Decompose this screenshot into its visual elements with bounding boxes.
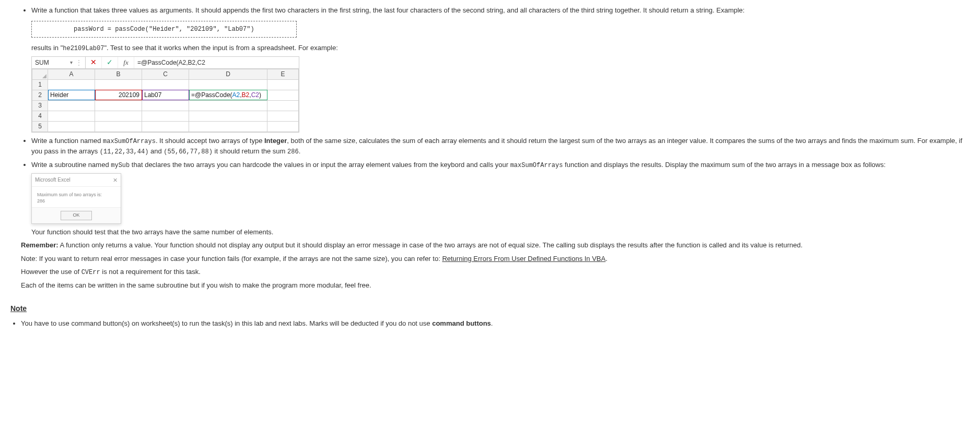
formula-bar-input: =@PassCode(A2,B2,C2 (134, 57, 224, 68)
note1-paragraph: Note: If you want to return real error m… (21, 254, 970, 264)
bottom-note-item: You have to use command button(s) on wor… (21, 318, 970, 329)
note2-a: However the use of (21, 268, 81, 276)
results-code: he2109Lab07 (63, 45, 104, 52)
t3-c: function and displays the results. Displ… (563, 161, 885, 169)
t2-code3: (55,66,77,88) (164, 148, 213, 156)
t2-a: Write a function named (31, 137, 103, 145)
note2-code: CVErr (81, 269, 100, 276)
remember-text: A function only returns a value. Your fu… (59, 241, 803, 249)
note3-paragraph: Each of the items can be written in the … (21, 280, 970, 291)
t2-b: . It should accept two arrays of type (156, 137, 264, 145)
col-header-a: A (48, 69, 95, 79)
t3-b: that declares the two arrays you can har… (130, 161, 510, 169)
message-box-titlebar: Microsoft Excel ✕ (32, 174, 121, 187)
cell-c3 (142, 100, 189, 111)
close-icon: ✕ (113, 176, 118, 185)
t2-code2: (11,22,33,44) (100, 148, 149, 156)
cell-b5 (95, 121, 142, 132)
col-header-e: E (267, 69, 299, 79)
results-prefix: results in " (31, 44, 63, 52)
cell-c2: Lab07 (142, 90, 189, 100)
cell-e3 (267, 100, 299, 111)
cell-a1 (48, 79, 95, 90)
cell-a3 (48, 100, 95, 111)
drag-dots-icon: ⋮ (76, 58, 82, 67)
row-header-1: 1 (32, 79, 48, 90)
task-item-3: Write a subroutine named mySub that decl… (31, 160, 970, 237)
cell-d1 (189, 79, 267, 90)
name-box-value: SUM (35, 58, 49, 67)
cell-e5 (267, 121, 299, 132)
t3-code2: maxSumOfArrays (510, 162, 563, 169)
message-box: Microsoft Excel ✕ Maximum sum of two arr… (31, 173, 121, 224)
t2-f: . (299, 147, 301, 155)
row-header-2: 2 (32, 90, 48, 100)
d2-ref-c2: C2 (251, 91, 259, 99)
d2-pre: =@PassCode( (191, 91, 232, 99)
message-box-title: Microsoft Excel (35, 176, 71, 184)
excel-name-box: SUM ▾ ⋮ (32, 57, 86, 68)
note-heading: Note (10, 303, 970, 314)
accept-icon: ✓ (102, 57, 118, 68)
excel-formula-bar: SUM ▾ ⋮ ✕ ✓ fx =@PassCode(A2,B2,C2 (32, 57, 299, 69)
row-header-4: 4 (32, 111, 48, 121)
message-box-footer: OK (32, 207, 121, 223)
cell-a5 (48, 121, 95, 132)
code-example-passcode: passWord = passCode("Heider", "202109", … (31, 21, 297, 38)
row-header-5: 5 (32, 121, 48, 132)
col-header-b: B (95, 69, 142, 79)
cell-d4 (189, 111, 267, 121)
cell-e2 (267, 90, 299, 100)
task1-text: Write a function that takes three values… (31, 6, 744, 14)
t2-bold1: Integer (264, 137, 287, 145)
fx-icon: fx (118, 57, 134, 68)
t2-d: and (148, 147, 164, 155)
note2-b: is not a requirement for this task. (100, 268, 201, 276)
d2-post: ) (259, 91, 261, 99)
cell-e4 (267, 111, 299, 121)
excel-screenshot: SUM ▾ ⋮ ✕ ✓ fx =@PassCode(A2,B2,C2 A B C (31, 56, 299, 133)
cell-b1 (95, 79, 142, 90)
cell-b2: 202109 (95, 90, 142, 100)
results-suffix: ". Test to see that it works when the in… (104, 44, 337, 52)
t3-a: Write a subroutine named (31, 161, 111, 169)
cell-d3 (189, 100, 267, 111)
message-box-body: Maximum sum of two arrays is: 286 (32, 187, 121, 207)
t2-code1: maxSumOfArrays (103, 138, 156, 145)
task1-results: results in "he2109Lab07". Test to see th… (31, 43, 970, 53)
cell-d5 (189, 121, 267, 132)
select-all-corner (32, 69, 48, 79)
cell-c1 (142, 79, 189, 90)
cell-b3 (95, 100, 142, 111)
task-item-2: Write a function named maxSumOfArrays. I… (31, 136, 970, 157)
note1-a: Note: If you want to return real error m… (21, 255, 442, 263)
cancel-icon: ✕ (86, 57, 102, 68)
cell-c4 (142, 111, 189, 121)
after-msg-text: Your function should test that the two a… (31, 227, 970, 237)
cell-b4 (95, 111, 142, 121)
ok-button: OK (61, 211, 91, 220)
t2-e: it should return the sum (213, 147, 287, 155)
message-line1: Maximum sum of two arrays is: (37, 192, 115, 198)
note1-b: . (605, 255, 608, 263)
bottom-bold: command buttons (432, 319, 491, 327)
t3-code1: mySub (111, 162, 130, 169)
col-header-d: D (189, 69, 267, 79)
note2-paragraph: However the use of CVErr is not a requir… (21, 267, 970, 277)
d2-ref-a2: A2 (232, 91, 240, 99)
cell-d2: =@PassCode(A2,B2,C2) (189, 90, 267, 100)
vba-errors-link[interactable]: Returning Errors From User Defined Funct… (442, 255, 605, 263)
row-header-3: 3 (32, 100, 48, 111)
dropdown-icon: ▾ (70, 58, 73, 66)
message-line2: 286 (37, 198, 115, 205)
bottom-a: You have to use command button(s) on wor… (21, 319, 432, 327)
cell-a4 (48, 111, 95, 121)
d2-ref-b2: B2 (242, 91, 250, 99)
remember-label: Remember: (21, 241, 59, 249)
task-item-1: Write a function that takes three values… (31, 5, 970, 133)
cell-a2: Heider (48, 90, 95, 100)
cell-c5 (142, 121, 189, 132)
bottom-b: . (491, 319, 493, 327)
col-header-c: C (142, 69, 189, 79)
excel-grid: A B C D E 1 2 Heider 202109 Lab07 (32, 69, 299, 132)
